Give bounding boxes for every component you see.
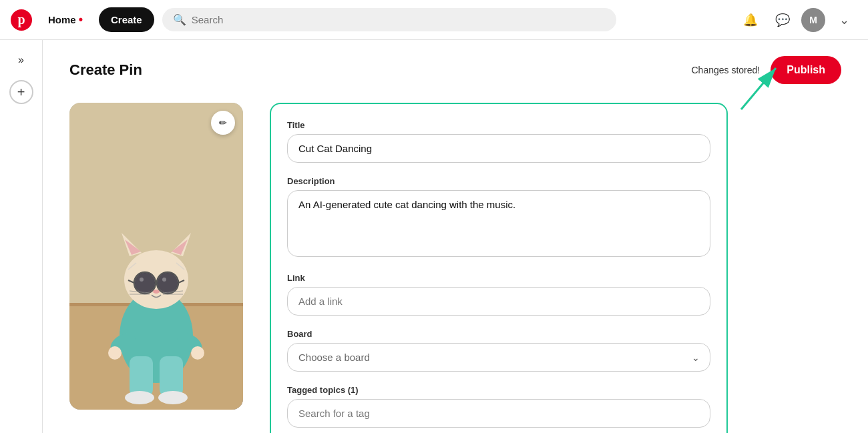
changes-stored-text: Changes stored! bbox=[691, 65, 760, 75]
messages-button[interactable]: 💬 bbox=[769, 7, 796, 33]
cat-svg bbox=[69, 103, 243, 410]
edit-image-button[interactable]: ✏ bbox=[211, 111, 235, 135]
description-label: Description bbox=[287, 176, 710, 186]
form-panel: Title Description Link Board bbox=[270, 103, 728, 433]
svg-point-32 bbox=[140, 278, 144, 282]
link-group: Link bbox=[287, 273, 710, 316]
svg-point-31 bbox=[158, 273, 178, 293]
link-input[interactable] bbox=[287, 287, 710, 316]
tag-search-input[interactable] bbox=[287, 399, 710, 428]
board-select-wrap: Choose a board ⌄ bbox=[287, 343, 710, 372]
page-header: Create Pin Changes stored! Publish bbox=[69, 56, 841, 84]
top-nav: p Home• Create 🔍 🔔 💬 M ⌄ bbox=[0, 0, 868, 40]
home-dot: • bbox=[79, 13, 83, 27]
page-title: Create Pin bbox=[69, 61, 142, 79]
svg-point-34 bbox=[153, 290, 160, 294]
svg-point-33 bbox=[162, 278, 166, 282]
board-group: Board Choose a board ⌄ bbox=[287, 329, 710, 372]
svg-point-18 bbox=[124, 250, 188, 309]
image-panel: ✏ bbox=[69, 103, 243, 410]
title-group: Title bbox=[287, 120, 710, 163]
pinterest-logo[interactable]: p bbox=[11, 9, 32, 31]
home-button[interactable]: Home• bbox=[40, 7, 91, 32]
svg-rect-11 bbox=[160, 356, 183, 396]
chevron-right-icon: » bbox=[18, 54, 24, 66]
svg-point-17 bbox=[191, 346, 204, 360]
home-label: Home bbox=[48, 14, 76, 25]
board-select[interactable]: Choose a board bbox=[287, 343, 710, 372]
chevron-down-icon: ⌄ bbox=[839, 13, 849, 27]
svg-rect-10 bbox=[130, 356, 153, 396]
publish-button[interactable]: Publish bbox=[771, 56, 841, 84]
create-button[interactable]: Create bbox=[99, 7, 154, 32]
search-bar: 🔍 bbox=[162, 8, 616, 31]
plus-icon: + bbox=[17, 85, 25, 100]
pin-image: ✏ bbox=[69, 103, 243, 410]
svg-point-13 bbox=[158, 391, 188, 404]
bell-icon: 🔔 bbox=[743, 13, 758, 27]
tagged-topics-group: Tagged topics (1) Don't worry, people wo… bbox=[287, 385, 710, 433]
notifications-button[interactable]: 🔔 bbox=[737, 7, 764, 33]
svg-point-16 bbox=[108, 346, 122, 360]
tagged-topics-label: Tagged topics (1) bbox=[287, 385, 710, 395]
svg-point-30 bbox=[135, 273, 155, 293]
sidebar: » + bbox=[0, 40, 43, 433]
title-label: Title bbox=[287, 120, 710, 130]
description-group: Description bbox=[287, 176, 710, 260]
cat-image-inner bbox=[69, 103, 243, 410]
main-layout: » + Create Pin Changes stored! Publish bbox=[0, 40, 868, 433]
description-input[interactable] bbox=[287, 190, 710, 257]
board-label: Board bbox=[287, 329, 710, 339]
content-area: ✏ Title Description Link bbox=[69, 103, 728, 433]
sidebar-collapse-button[interactable]: » bbox=[9, 48, 33, 72]
main-content: Create Pin Changes stored! Publish bbox=[43, 40, 868, 433]
svg-point-12 bbox=[125, 391, 154, 404]
search-input[interactable] bbox=[192, 14, 606, 25]
sidebar-add-button[interactable]: + bbox=[9, 80, 33, 104]
nav-expand-button[interactable]: ⌄ bbox=[831, 7, 857, 33]
pencil-icon: ✏ bbox=[219, 117, 227, 128]
nav-right: 🔔 💬 M ⌄ bbox=[737, 7, 857, 33]
title-input[interactable] bbox=[287, 134, 710, 163]
link-label: Link bbox=[287, 273, 710, 283]
header-right: Changes stored! Publish bbox=[691, 56, 841, 84]
message-icon: 💬 bbox=[775, 13, 790, 27]
avatar[interactable]: M bbox=[801, 8, 825, 32]
search-icon: 🔍 bbox=[173, 13, 186, 26]
